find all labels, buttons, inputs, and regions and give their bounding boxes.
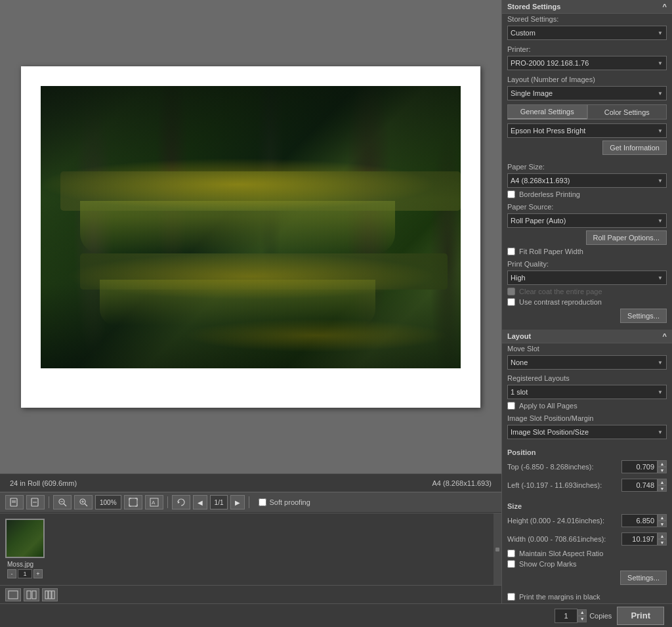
top-position-up[interactable]: ▲ xyxy=(658,460,667,467)
prev-btn[interactable]: ◀ xyxy=(193,495,207,509)
film-counter-minus[interactable]: - xyxy=(7,569,16,578)
layout-section-header[interactable]: Layout ^ xyxy=(502,330,672,343)
fit-roll-label: Fit Roll Paper Width xyxy=(519,248,583,255)
show-crop-marks-checkbox[interactable] xyxy=(507,560,515,568)
layout-icon-2[interactable] xyxy=(24,588,39,601)
next-btn[interactable]: ▶ xyxy=(230,495,245,509)
svg-line-9 xyxy=(85,504,87,506)
paper-size-info: A4 (8.268x11.693) xyxy=(432,479,492,487)
filmstrip-thumb[interactable] xyxy=(5,519,45,558)
left-position-label: Left (-10.197 - 11.693inches): xyxy=(507,481,620,489)
show-crop-marks-label: Show Crop Marks xyxy=(519,560,576,568)
left-position-up[interactable]: ▲ xyxy=(658,479,667,485)
registered-layouts-select[interactable]: 1 slot xyxy=(507,385,667,399)
status-bar: 24 in Roll (609.6mm) A4 (8.268x11.693) xyxy=(0,473,501,492)
width-input[interactable]: 10.197 xyxy=(621,532,658,546)
clear-coat-label: Clear coat the entire page xyxy=(519,288,602,295)
width-input-wrapper: 10.197 ▲ ▼ xyxy=(621,532,667,546)
apply-all-pages-row: Apply to All Pages xyxy=(502,400,672,411)
maintain-aspect-checkbox[interactable] xyxy=(507,550,515,557)
height-input[interactable]: 6.850 xyxy=(621,514,658,527)
stored-settings-label: Stored Settings: xyxy=(502,14,672,23)
film-counter-plus[interactable]: + xyxy=(33,569,43,578)
registered-layouts-label: Registered Layouts xyxy=(502,373,672,382)
layout-btn[interactable]: A xyxy=(145,495,163,509)
get-info-btn[interactable]: Get Information xyxy=(602,141,667,155)
print-margins-black-checkbox[interactable] xyxy=(507,593,515,601)
printer-label: Printer: xyxy=(502,44,672,53)
page-nav: 1/1 xyxy=(210,495,228,509)
top-position-label: Top (-6.850 - 8.268inches): xyxy=(507,463,620,471)
position-title: Position xyxy=(502,446,672,458)
print-quality-select-wrapper: High xyxy=(507,270,667,285)
height-down[interactable]: ▼ xyxy=(658,521,667,527)
layout-select[interactable]: Single Image xyxy=(507,86,667,100)
svg-rect-21 xyxy=(52,591,54,599)
borderless-checkbox[interactable] xyxy=(507,190,515,198)
height-up[interactable]: ▲ xyxy=(658,514,667,521)
layout-icons-bar xyxy=(0,585,501,603)
copies-input-wrap: 1 ▲ ▼ xyxy=(555,609,587,623)
right-panel: Stored Settings ^ Stored Settings: Custo… xyxy=(501,0,672,603)
layout-settings-btn[interactable]: Settings... xyxy=(620,571,667,585)
film-filename: Moss.jpg xyxy=(7,561,43,568)
top-position-down[interactable]: ▼ xyxy=(658,467,667,473)
layout-icon-1[interactable] xyxy=(5,588,21,601)
left-position-input-wrapper: 0.748 ▲ ▼ xyxy=(621,479,667,492)
image-slot-position-select[interactable]: Image Slot Position/Size xyxy=(507,425,667,439)
contrast-repro-checkbox[interactable] xyxy=(507,298,515,306)
settings-btn[interactable]: Settings... xyxy=(620,309,667,323)
print-button[interactable]: Print xyxy=(617,607,664,625)
svg-rect-16 xyxy=(9,591,18,599)
paper-size-select[interactable]: A4 (8.268x11.693) xyxy=(507,173,667,188)
zoom-out-btn[interactable] xyxy=(53,495,72,509)
rotate-btn[interactable] xyxy=(172,495,190,509)
svg-line-6 xyxy=(64,504,66,506)
zoom-in-btn[interactable] xyxy=(74,495,93,509)
svg-rect-17 xyxy=(27,591,31,599)
filmstrip-scroll[interactable] xyxy=(494,513,501,585)
layout-select-wrapper: Single Image xyxy=(507,86,667,100)
add-page-btn[interactable] xyxy=(5,495,24,509)
paper-source-label: Paper Source: xyxy=(502,202,672,211)
stored-settings-header[interactable]: Stored Settings ^ xyxy=(502,0,672,14)
copies-label: Copies xyxy=(589,612,612,620)
move-slot-select[interactable]: None xyxy=(507,355,667,370)
fit-btn[interactable] xyxy=(124,495,142,509)
printer-select[interactable]: PRO-2000 192.168.1.76 xyxy=(507,56,667,70)
paper-size-label: Paper Size: xyxy=(502,162,672,171)
left-position-down[interactable]: ▼ xyxy=(658,485,667,492)
paper-source-select[interactable]: Roll Paper (Auto) xyxy=(507,213,667,228)
media-type-select[interactable]: Epson Hot Press Bright xyxy=(507,123,667,138)
width-down[interactable]: ▼ xyxy=(658,539,667,546)
left-position-input[interactable]: 0.748 xyxy=(621,479,658,492)
clear-coat-row: Clear coat the entire page xyxy=(502,286,672,297)
soft-proofing-checkbox[interactable] xyxy=(259,498,266,506)
svg-rect-19 xyxy=(45,591,48,599)
show-crop-marks-row: Show Crop Marks xyxy=(502,559,672,569)
layout-icon-3[interactable] xyxy=(42,588,58,601)
clear-coat-checkbox[interactable] xyxy=(507,288,515,295)
svg-text:A: A xyxy=(152,500,156,506)
zoom-level: 100% xyxy=(95,495,121,509)
width-up[interactable]: ▲ xyxy=(658,532,667,539)
apply-all-pages-checkbox[interactable] xyxy=(507,402,515,410)
fit-roll-paper-row: Fit Roll Paper Width xyxy=(502,246,672,257)
fit-roll-checkbox[interactable] xyxy=(507,248,515,255)
copies-down[interactable]: ▼ xyxy=(578,616,587,622)
print-quality-select[interactable]: High xyxy=(507,270,667,285)
top-position-input[interactable]: 0.709 xyxy=(621,460,658,473)
stored-settings-select[interactable]: Custom xyxy=(507,26,667,40)
film-counter-input[interactable] xyxy=(18,569,32,578)
roll-paper-options-btn[interactable]: Roll Paper Options... xyxy=(586,230,667,245)
remove-page-btn[interactable] xyxy=(26,495,45,509)
move-slot-select-wrapper: None xyxy=(507,355,667,370)
printer-select-wrapper: PRO-2000 192.168.1.76 xyxy=(507,56,667,70)
copies-up[interactable]: ▲ xyxy=(578,609,587,616)
tab-general[interactable]: General Settings xyxy=(507,104,587,119)
width-label: Width (0.000 - 708.661inches): xyxy=(507,535,620,543)
apply-all-pages-label: Apply to All Pages xyxy=(519,402,578,410)
copies-input[interactable]: 1 xyxy=(555,609,578,623)
paper-size-select-wrapper: A4 (8.268x11.693) xyxy=(507,173,667,188)
tab-color[interactable]: Color Settings xyxy=(587,104,667,119)
